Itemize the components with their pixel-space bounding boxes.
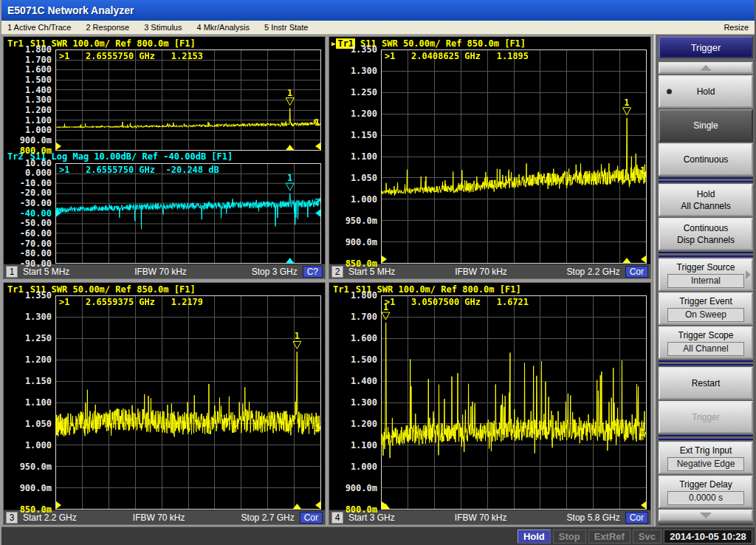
y-axis-label: 1.250 (351, 87, 377, 97)
trace-header-tr1: Tr1S11 SWR 100.0m/ Ref 800.0m [F1] (329, 283, 650, 295)
y-axis-label: 800.0m (20, 145, 52, 156)
softkey-label: Hold (697, 86, 715, 97)
y-axis-label: 900.0m (20, 483, 52, 493)
scroll-down-button[interactable] (659, 510, 753, 521)
status-svc-indicator: Svc (633, 529, 662, 544)
y-axis-label: 1.700 (351, 312, 377, 322)
y-axis: 1.3501.3001.2501.2001.1501.1001.0501.000… (4, 295, 55, 510)
resize-menu-item[interactable]: Resize (724, 23, 749, 32)
y-axis-label: 1.200 (25, 105, 52, 115)
softkey-list: HoldSingleContinuousHoldAll ChannelsCont… (659, 61, 753, 525)
menu-item-5-instr-state[interactable]: 5 Instr State (264, 23, 308, 32)
y-axis-label: 0.000 (25, 168, 52, 178)
trace-format-label: S11 SWR 100.0m/ Ref 800.0m [F1] (356, 284, 521, 295)
softkey-label: Disp Channels (677, 234, 735, 246)
ifbw-label: IFBW 70 kHz (395, 267, 566, 277)
softkey-value: All Channel (667, 342, 744, 356)
cal-status-badge: C? (303, 266, 323, 278)
softkey-empty-area (659, 524, 753, 525)
softkey-separator (659, 177, 753, 182)
menu-item-2-response[interactable]: 2 Response (86, 23, 129, 32)
menu-item-3-stimulus[interactable]: 3 Stimulus (144, 23, 182, 32)
softkey-value: Negative Edge (667, 457, 744, 471)
y-axis-label: 850.0m (20, 504, 52, 515)
status-datetime: 2014-10-05 10:28 (664, 529, 752, 544)
channel-grid: Tr1S11 SWR 100.0m/ Ref 800.0m [F1]1.8001… (1, 35, 653, 527)
y-axis-label: 1.600 (351, 333, 377, 343)
softkey-value: On Sweep (667, 308, 744, 322)
softkey-hold-all-channels[interactable]: HoldAll Channels (659, 184, 753, 216)
scroll-up-button[interactable] (659, 62, 753, 74)
softkey-single[interactable]: Single (659, 109, 753, 142)
trace-canvas[interactable] (381, 295, 647, 510)
channel-4: Tr1S11 SWR 100.0m/ Ref 800.0m [F1]1.8001… (329, 282, 651, 525)
y-axis-label: 1.100 (351, 440, 377, 450)
y-axis-label: 1.050 (351, 173, 377, 183)
sweep-stop-label: Stop 3 GHz (252, 267, 298, 277)
channel-status-bar: 2Start 5 MHzIFBW 70 kHzStop 2.2 GHzCor (329, 264, 650, 278)
y-axis-label: 1.200 (25, 354, 52, 365)
y-axis-label: 1.000 (25, 440, 52, 450)
y-axis-label: 10.00 (25, 158, 52, 168)
y-axis-label: 900.0m (346, 483, 377, 493)
plot-canvas-wrap: >1 2.6559375 GHz 1.2179 (55, 295, 321, 510)
y-axis-label: 1.000 (351, 462, 377, 472)
sweep-stop-label: Stop 2.2 GHz (567, 267, 620, 277)
softkey-trigger-event[interactable]: Trigger EventOn Sweep (659, 292, 753, 325)
y-axis-label: 1.300 (351, 397, 377, 408)
trace-name[interactable]: Tr1 (6, 38, 25, 49)
plot-area-ch1-tr2: 10.000.000-10.00-20.00-30.00-40.00-50.00… (4, 163, 325, 264)
active-trace-arrow-icon: ▶ (331, 40, 335, 47)
trace-format-label: S11 SWR 100.0m/ Ref 800.0m [F1] (30, 38, 196, 49)
softkey-continuous[interactable]: Continuous (659, 143, 753, 176)
sweep-stop-label: Stop 5.8 GHz (567, 513, 620, 523)
softkey-separator (659, 435, 753, 440)
trace-header-tr1: Tr1S11 SWR 50.00m/ Ref 850.0m [F1] (4, 283, 325, 295)
y-axis-label: -90.00 (20, 258, 52, 269)
menu-bar: 1 Active Ch/Trace2 Response3 Stimulus4 M… (1, 21, 755, 35)
channel-1: Tr1S11 SWR 100.0m/ Ref 800.0m [F1]1.8001… (3, 36, 326, 279)
softkey-continuous-disp-channels[interactable]: ContinuousDisp Channels (659, 218, 753, 250)
ifbw-label: IFBW 70 kHz (69, 267, 251, 277)
status-bar: Hold Stop ExtRef Svc 2014-10-05 10:28 (1, 527, 755, 545)
menu-item-1-active-ch-trace[interactable]: 1 Active Ch/Trace (7, 23, 71, 32)
channel-number: 1 (6, 266, 18, 278)
trace-name[interactable]: Tr1 (6, 284, 25, 295)
softkey-trigger-scope[interactable]: Trigger ScopeAll Channel (659, 326, 753, 359)
sweep-stop-label: Stop 2.7 GHz (241, 513, 295, 523)
y-axis-label: 1.250 (25, 333, 52, 343)
trace-canvas[interactable] (381, 49, 647, 264)
softkey-trigger-source[interactable]: Trigger SourceInternal (659, 258, 753, 291)
scroll-down-icon (700, 513, 712, 518)
y-axis-label: 1.300 (25, 95, 52, 105)
menu-items-container: 1 Active Ch/Trace2 Response3 Stimulus4 M… (7, 23, 308, 32)
y-axis-label: 1.800 (25, 44, 52, 55)
softkey-label: All Channels (681, 200, 730, 212)
y-axis-label: 1.400 (25, 85, 52, 95)
trace-canvas[interactable] (55, 163, 321, 264)
y-axis-label: -60.00 (20, 228, 52, 239)
plot-area-ch3-tr1: 1.3501.3001.2501.2001.1501.1001.0501.000… (4, 295, 325, 510)
softkey-ext-trig-input[interactable]: Ext Trig InputNegative Edge (659, 442, 753, 474)
window-title: E5071C Network Analyzer (7, 4, 134, 16)
softkey-trigger-delay[interactable]: Trigger Delay0.0000 s (659, 476, 753, 508)
softkey-restart[interactable]: Restart (659, 367, 753, 400)
softkey-label: Single (693, 120, 718, 131)
submenu-arrow-icon (746, 270, 751, 279)
plot-area-ch2-tr1: 1.3501.3001.2501.2001.1501.1001.0501.000… (329, 49, 650, 264)
y-axis-label: 1.700 (25, 55, 52, 65)
status-extref-indicator: ExtRef (588, 529, 630, 544)
softkey-hold[interactable]: Hold (659, 75, 753, 108)
channel-status-bar: 4Start 3 GHzIFBW 70 kHzStop 5.8 GHzCor (329, 510, 650, 524)
channel-status-bar: 3Start 2.2 GHzIFBW 70 kHzStop 2.7 GHzCor (4, 510, 325, 524)
y-axis-label: 850.0m (346, 258, 377, 269)
trace-name[interactable]: Tr1 (331, 284, 351, 295)
menu-item-4-mkr-analysis[interactable]: 4 Mkr/Analysis (196, 23, 250, 32)
y-axis-label: 1.500 (351, 354, 377, 365)
y-axis-label: 800.0m (346, 504, 377, 515)
trace-canvas[interactable] (55, 295, 321, 510)
trace-canvas[interactable] (55, 49, 321, 151)
softkey-separator (659, 252, 753, 257)
cal-status-badge: Cor (625, 512, 648, 524)
trace-header-tr1: ▶Tr1S11 SWR 50.00m/ Ref 850.0m [F1] (329, 37, 650, 49)
